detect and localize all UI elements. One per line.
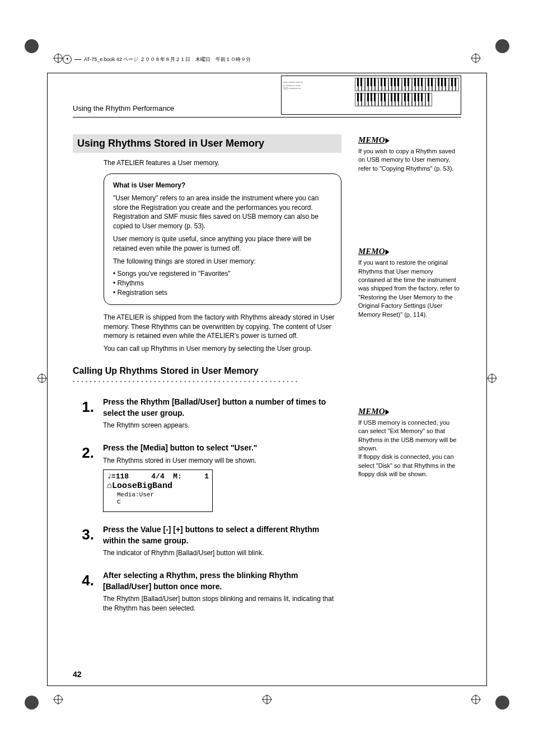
crop-mark <box>486 696 509 719</box>
box-paragraph: "User Memory" refers to an area inside t… <box>113 194 332 231</box>
paragraph: The ATELIER is shipped from the factory … <box>104 313 341 341</box>
step: 4. After selecting a Rhythm, press the b… <box>73 570 341 613</box>
step-number: 3. <box>73 524 94 558</box>
lcd-sig: 4/4 <box>151 472 164 481</box>
memo: MEMO If you want to restore the original… <box>358 246 461 319</box>
registration-mark-icon <box>487 373 497 383</box>
lcd-tempo: ♩=118 <box>107 472 129 481</box>
instrument-panel-illustration: ▭▭ ▭▭▭ ▭▭ ▭▭ ▭▭▭ ▭ ▭▭◻︎◻︎◻︎ ▭▭▭▭ ▭ <box>281 76 461 115</box>
control-panel-icon: ▭▭ ▭▭▭ ▭▭ ▭▭ ▭▭▭ ▭ ▭▭◻︎◻︎◻︎ ▭▭▭▭ ▭ <box>283 81 342 111</box>
trim-line <box>47 73 487 73</box>
memo-label: MEMO <box>358 246 389 257</box>
page-number: 42 <box>73 669 82 680</box>
step: 1. Press the Rhythm [Ballad/User] button… <box>73 397 341 430</box>
memo: MEMO If you wish to copy a Rhythm saved … <box>358 134 461 173</box>
step: 3. Press the Value [-] [+] buttons to se… <box>73 524 341 558</box>
main-column: Using Rhythms Stored in User Memory The … <box>73 134 341 626</box>
page: ✦ AT-75_e.book 42 ページ ２００８年８月２１日 木曜日 午前１… <box>0 0 534 756</box>
registration-mark-icon <box>471 53 481 63</box>
list-item: • Registration sets <box>113 288 332 298</box>
list-item: • Songs you've registered in "Favorites" <box>113 269 332 279</box>
step-number: 2. <box>73 443 94 512</box>
paragraph: You can call up Rhythms in User memory b… <box>104 344 341 354</box>
crop-mark <box>486 39 509 63</box>
section-breadcrumb: Using the Rhythm Performance <box>73 104 174 114</box>
lcd-name: ⌂LooseBigBand <box>107 481 209 491</box>
dotted-rule: • • • • • • • • • • • • • • • • • • • • … <box>73 378 341 386</box>
list-item: • Rhythms <box>113 279 332 288</box>
lcd-display: ♩=118 4/4 M: 1 ⌂LooseBigBand Media:User … <box>103 469 213 512</box>
step-desc: The indicator of Rhythm [Ballad/User] bu… <box>103 548 341 558</box>
upper-keyboard-icon <box>355 78 459 91</box>
book-mark-icon: ✦ <box>63 55 72 64</box>
registration-mark-icon <box>37 373 47 383</box>
trim-line <box>486 73 487 686</box>
trim-line <box>47 73 48 686</box>
memo-text: If you want to restore the original Rhyt… <box>358 259 461 319</box>
memo-label: MEMO <box>358 134 389 146</box>
registration-mark-icon <box>471 694 481 705</box>
info-box: What is User Memory? "User Memory" refer… <box>104 173 341 305</box>
lcd-m: M: <box>173 472 182 481</box>
lcd-media: Media:User <box>107 491 209 499</box>
step-desc: The Rhythm screen appears. <box>103 421 341 430</box>
crop-mark <box>25 696 48 719</box>
box-title: What is User Memory? <box>113 181 332 190</box>
registration-mark-icon <box>53 53 63 63</box>
step-desc: The Rhythm [Ballad/User] button stops bl… <box>103 594 341 613</box>
step-title: Press the Rhythm [Ballad/User] button a … <box>103 397 341 419</box>
memo-column: MEMO If you wish to copy a Rhythm saved … <box>358 134 461 626</box>
memo-text: If you wish to copy a Rhythm saved on US… <box>358 147 461 173</box>
memo: MEMO If USB memory is connected, you can… <box>358 406 461 479</box>
lower-keyboard-icon <box>355 93 433 106</box>
heading-2: Calling Up Rhythms Stored in User Memory <box>73 365 341 377</box>
step: 2. Press the [Media] button to select "U… <box>73 443 341 512</box>
step-number: 4. <box>73 570 94 613</box>
divider <box>73 117 461 118</box>
crop-mark <box>25 39 48 63</box>
registration-mark-icon <box>262 694 272 705</box>
lcd-mval: 1 <box>204 472 209 481</box>
document-tag: ✦ AT-75_e.book 42 ページ ２００８年８月２１日 木曜日 午前１… <box>63 55 471 64</box>
step-desc: The Rhythms stored in User memory will b… <box>103 456 341 466</box>
box-paragraph: The following things are stored in User … <box>113 257 332 266</box>
lcd-cat: C <box>107 499 209 506</box>
step-title: Press the [Media] button to select "User… <box>103 443 341 454</box>
memo-label: MEMO <box>358 406 389 417</box>
step-title: After selecting a Rhythm, press the blin… <box>103 570 341 592</box>
trim-line <box>47 685 487 686</box>
step-number: 1. <box>73 397 94 430</box>
tag-text: AT-75_e.book 42 ページ ２００８年８月２１日 木曜日 午前１０時… <box>84 56 251 63</box>
heading-1: Using Rhythms Stored in User Memory <box>73 134 341 153</box>
step-title: Press the Value [-] [+] buttons to selec… <box>103 524 341 546</box>
registration-mark-icon <box>53 694 63 705</box>
box-paragraph: User memory is quite useful, since anyth… <box>113 234 332 253</box>
memo-text: If USB memory is connected, you can sele… <box>358 419 461 479</box>
intro-text: The ATELIER features a User memory. <box>104 158 341 168</box>
